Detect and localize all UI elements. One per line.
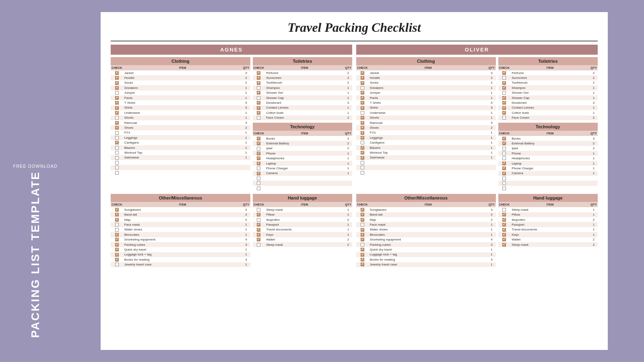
checkbox[interactable] [115, 131, 119, 135]
checkbox[interactable] [502, 218, 506, 222]
checkbox[interactable] [361, 141, 364, 144]
checkbox[interactable] [257, 101, 260, 105]
checkbox[interactable] [502, 177, 506, 180]
checkbox[interactable] [361, 131, 364, 135]
checkbox[interactable] [257, 142, 260, 145]
checkbox[interactable] [502, 116, 506, 119]
checkbox[interactable] [257, 213, 260, 216]
checkbox[interactable] [502, 142, 506, 145]
checkbox[interactable] [257, 181, 260, 185]
checkbox[interactable] [115, 101, 119, 105]
checkbox[interactable] [257, 147, 260, 150]
checkbox[interactable] [361, 238, 364, 241]
checkbox[interactable] [257, 162, 260, 165]
checkbox[interactable] [361, 126, 364, 130]
checkbox[interactable] [115, 238, 119, 241]
checkbox[interactable] [115, 161, 119, 165]
checkbox[interactable] [115, 233, 119, 237]
checkbox[interactable] [502, 81, 506, 85]
checkbox[interactable] [115, 116, 119, 119]
checkbox[interactable] [502, 76, 506, 80]
checkbox[interactable] [115, 76, 119, 80]
checkbox[interactable] [361, 243, 364, 247]
checkbox[interactable] [502, 71, 506, 75]
checkbox[interactable] [115, 126, 119, 130]
checkbox[interactable] [361, 121, 364, 125]
checkbox[interactable] [361, 76, 364, 80]
checkbox[interactable] [361, 223, 364, 226]
checkbox[interactable] [361, 171, 364, 175]
checkbox[interactable] [257, 156, 260, 160]
checkbox[interactable] [115, 253, 119, 257]
checkbox[interactable] [361, 263, 364, 266]
checkbox[interactable] [361, 81, 364, 85]
checkbox[interactable] [257, 111, 260, 115]
checkbox[interactable] [502, 156, 506, 160]
checkbox[interactable] [361, 166, 364, 169]
checkbox[interactable] [115, 86, 119, 90]
checkbox[interactable] [502, 243, 506, 247]
checkbox[interactable] [257, 228, 260, 232]
checkbox[interactable] [361, 253, 364, 257]
checkbox[interactable] [361, 218, 364, 222]
checkbox[interactable] [257, 167, 260, 170]
checkbox[interactable] [257, 96, 260, 100]
checkbox[interactable] [115, 156, 119, 160]
checkbox[interactable] [257, 172, 260, 175]
checkbox[interactable] [502, 181, 506, 185]
checkbox[interactable] [361, 208, 364, 212]
checkbox[interactable] [502, 147, 506, 150]
checkbox[interactable] [115, 228, 119, 232]
checkbox[interactable] [502, 167, 506, 170]
checkbox[interactable] [502, 111, 506, 115]
checkbox[interactable] [257, 223, 260, 226]
checkbox[interactable] [115, 96, 119, 100]
checkbox[interactable] [115, 258, 119, 261]
checkbox[interactable] [502, 152, 506, 155]
checkbox[interactable] [257, 152, 260, 155]
checkbox[interactable] [502, 213, 506, 216]
checkbox[interactable] [115, 141, 119, 144]
checkbox[interactable] [502, 172, 506, 175]
checkbox[interactable] [257, 177, 260, 180]
checkbox[interactable] [115, 171, 119, 175]
checkbox[interactable] [115, 213, 119, 216]
checkbox[interactable] [502, 96, 506, 100]
checkbox[interactable] [257, 137, 260, 140]
checkbox[interactable] [257, 86, 260, 90]
checkbox[interactable] [361, 213, 364, 216]
checkbox[interactable] [115, 81, 119, 85]
checkbox[interactable] [361, 96, 364, 100]
checkbox[interactable] [257, 233, 260, 237]
checkbox[interactable] [257, 76, 260, 80]
checkbox[interactable] [257, 106, 260, 110]
checkbox[interactable] [257, 116, 260, 119]
checkbox[interactable] [257, 71, 260, 75]
checkbox[interactable] [361, 106, 364, 110]
checkbox[interactable] [502, 101, 506, 105]
checkbox[interactable] [361, 101, 364, 105]
checkbox[interactable] [502, 91, 506, 95]
checkbox[interactable] [502, 162, 506, 165]
checkbox[interactable] [502, 223, 506, 226]
checkbox[interactable] [115, 151, 119, 154]
checkbox[interactable] [502, 187, 506, 190]
checkbox[interactable] [502, 238, 506, 241]
checkbox[interactable] [361, 71, 364, 75]
checkbox[interactable] [115, 106, 119, 110]
checkbox[interactable] [115, 136, 119, 140]
checkbox[interactable] [115, 243, 119, 247]
checkbox[interactable] [115, 166, 119, 169]
checkbox[interactable] [502, 228, 506, 232]
checkbox[interactable] [115, 71, 119, 75]
checkbox[interactable] [115, 91, 119, 95]
checkbox[interactable] [257, 208, 260, 212]
checkbox[interactable] [502, 208, 506, 212]
checkbox[interactable] [257, 218, 260, 222]
checkbox[interactable] [361, 111, 364, 115]
checkbox[interactable] [115, 223, 119, 226]
checkbox[interactable] [502, 86, 506, 90]
checkbox[interactable] [361, 233, 364, 237]
checkbox[interactable] [257, 238, 260, 241]
checkbox[interactable] [257, 243, 260, 247]
